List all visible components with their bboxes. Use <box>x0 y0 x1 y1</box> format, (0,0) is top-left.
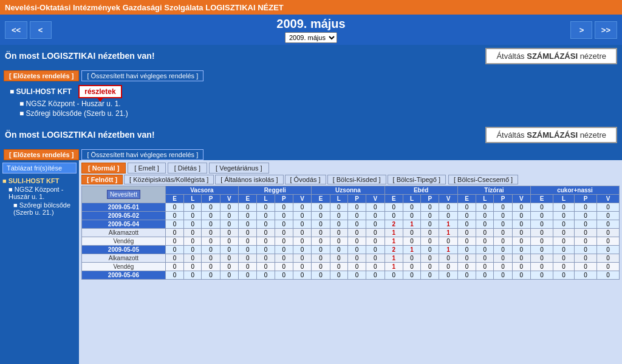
table-row: 2009-05-06000000000000000000000000 <box>82 271 620 280</box>
switch-to-billing-bottom[interactable]: Átváltás SZÁMLÁZÁSI nézetre <box>485 127 617 143</box>
age-tab-altisk[interactable]: [ Általános iskolás ] <box>215 175 283 184</box>
prev-prev-button[interactable]: << <box>5 21 27 39</box>
col-uzsonna: Uzsonna <box>312 186 384 195</box>
col-cukor: cukor+nassi <box>531 186 620 195</box>
refresh-button[interactable]: Táblázat fri(s)ítése <box>2 163 77 174</box>
month-title: 2009. május <box>52 17 571 31</box>
table-row: 2009-05-05000000000000210100000000 <box>82 246 620 254</box>
next-button[interactable]: > <box>570 21 592 39</box>
tab-monthly-order-top[interactable]: [ Összesített havi végleges rendelés ] <box>81 70 203 81</box>
switch-to-billing-top[interactable]: Átváltás SZÁMLÁZÁSI nézetre <box>485 48 617 64</box>
age-tab-felnott[interactable]: [ Felnőtt ] <box>81 175 123 184</box>
next-next-button[interactable]: >> <box>595 21 617 39</box>
navbar: << < 2009. május 2009. május > >> <box>0 15 622 45</box>
sidebar: Táblázat fri(s)ítése ■ SULI-HOST KFT ■ N… <box>0 160 79 364</box>
col-reggeli: Reggeli <box>239 186 312 195</box>
table-row: 2009-05-01000000000000000000000000 <box>82 203 620 212</box>
view-label-bottom: Ön most LOGISZTIKAI nézetben van! <box>5 130 485 140</box>
col-tizorai: Tízórai <box>457 186 530 195</box>
tab-monthly-order-bottom[interactable]: [ Összesített havi végleges rendelés ] <box>81 149 203 160</box>
age-tab-bolcsi-t[interactable]: [ Bölcsi-Tipegő ] <box>388 175 446 184</box>
data-table-wrap: Nevesített Vacsora Reggeli Uzsonna Ebéd … <box>79 184 622 281</box>
tree-top: ■ SULI-HOST KFT részletek ■ NGSZ Központ… <box>0 81 622 124</box>
tree-top-item3[interactable]: ■ Szőregi bölcsőde (Szerb u. 21.) <box>10 109 617 118</box>
tree-top-item1[interactable]: ■ SULI-HOST KFT részletek <box>10 85 617 98</box>
titlebar: Nevelési-Oktatási Intézmények Gazdasági … <box>0 0 622 15</box>
sidebar-tree: ■ SULI-HOST KFT ■ NGSZ Központ - Huszár … <box>2 177 77 216</box>
table-row: 2009-05-02000000000000000000000000 <box>82 212 620 220</box>
view-label-top: Ön most LOGISZTIKAI nézetben van! <box>5 51 485 61</box>
diet-tab-vegetar[interactable]: [ Vegetáriánus ] <box>209 163 268 174</box>
age-tabs: [ Felnőtt ] [ Közéipiskolás/Kollégista ]… <box>79 174 622 184</box>
named-btn-cell[interactable]: Nevesített <box>82 186 166 203</box>
month-select-wrap[interactable]: 2009. május <box>52 32 571 43</box>
sidebar-tree-item-3[interactable]: ■ Szőregi bölcsőde (Szerb u. 21.) <box>2 201 77 216</box>
tooltip-details[interactable]: részletek <box>78 85 121 98</box>
view-banner-bottom: Ön most LOGISZTIKAI nézetben van! Átvált… <box>0 124 622 146</box>
col-ebed: Ebéd <box>384 186 457 195</box>
month-select[interactable]: 2009. május <box>285 32 337 43</box>
tab-prelim-order-top[interactable]: [ Előzetes rendelés ] <box>4 70 79 81</box>
diet-tabs: [ Normál ] [ Emelt ] [ Diétás ] [ Vegetá… <box>79 160 622 174</box>
age-tab-bolcsi-k[interactable]: [ Bölcsi-Kisded ] <box>327 175 386 184</box>
main: Táblázat fri(s)ítése ■ SULI-HOST KFT ■ N… <box>0 160 622 364</box>
col-vacsora: Vacsora <box>165 186 238 195</box>
data-table: Nevesített Vacsora Reggeli Uzsonna Ebéd … <box>81 186 620 280</box>
age-tab-bolcsi-c[interactable]: [ Bölcsi-Csecsemő ] <box>448 175 518 184</box>
title-text: Nevelési-Oktatási Intézmények Gazdasági … <box>5 3 284 12</box>
sidebar-tree-item-1[interactable]: ■ SULI-HOST KFT <box>2 177 77 184</box>
table-row: Alkamazott000000000000100100000000 <box>82 229 620 237</box>
table-row: Vendég000000000000100000000000 <box>82 237 620 246</box>
table-row: 2009-05-04000000000000210100000000 <box>82 220 620 229</box>
content: [ Normál ] [ Emelt ] [ Diétás ] [ Vegetá… <box>79 160 622 364</box>
tabs-bottom: [ Előzetes rendelés ] [ Összesített havi… <box>0 146 622 160</box>
table-row: Vendég000000000000100000000000 <box>82 263 620 271</box>
named-button[interactable]: Nevesített <box>107 190 140 199</box>
view-banner-top: Ön most LOGISZTIKAI nézetben van! Átvált… <box>0 45 622 67</box>
table-body: 2009-05-010000000000000000000000002009-0… <box>82 203 620 280</box>
diet-tab-dietas[interactable]: [ Diétás ] <box>168 163 207 174</box>
age-tab-ovoda[interactable]: [ Óvodás ] <box>285 175 326 184</box>
nav-center: 2009. május 2009. május <box>52 17 571 43</box>
diet-tab-normal[interactable]: [ Normál ] <box>81 163 126 174</box>
prev-button[interactable]: < <box>30 21 52 39</box>
tabs-top: [ Előzetes rendelés ] [ Összesített havi… <box>0 67 622 81</box>
sidebar-tree-item-2[interactable]: ■ NGSZ Központ - Huszár u. 1. <box>2 186 77 200</box>
diet-tab-emelt[interactable]: [ Emelt ] <box>128 163 165 174</box>
age-tab-kozep[interactable]: [ Közéipiskolás/Kollégista ] <box>124 175 214 184</box>
table-row: Alkamazott000000000000100000000000 <box>82 254 620 263</box>
tab-prelim-order-bottom[interactable]: [ Előzetes rendelés ] <box>4 149 79 160</box>
